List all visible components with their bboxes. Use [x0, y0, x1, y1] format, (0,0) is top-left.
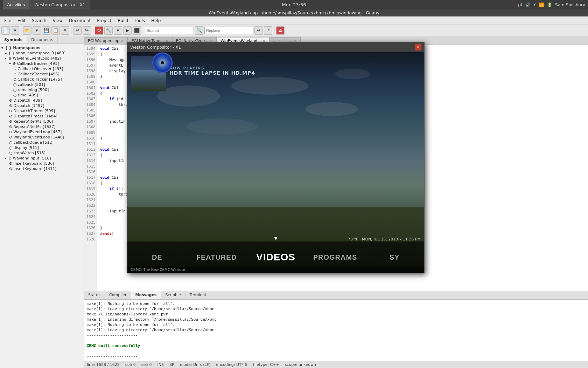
topbar-left: Activities Weston Compositor - X1 — [3, 0, 90, 9]
msg-line-2: make[1]: Leaving directory `/home/smspil… — [87, 306, 585, 312]
save-all-button[interactable]: 📋 — [51, 26, 60, 35]
tree-repeatafterms-506[interactable]: ⊙ RepeatAfterMs [506] — [0, 119, 84, 124]
nav-item-sy[interactable]: SY — [365, 250, 424, 265]
status-line-ending: mode: Unix (LF) — [180, 362, 211, 367]
menu-edit[interactable]: Edit — [15, 18, 28, 24]
open-dropdown[interactable]: ▾ — [33, 26, 41, 35]
close-eglwrapper[interactable]: × — [121, 39, 124, 43]
tree-callbacktracker-495[interactable]: ⊙ CallbackTracker [495] — [0, 71, 84, 77]
tab-compiler[interactable]: Compiler — [105, 291, 131, 299]
status-filetype: filetype: C++ — [253, 362, 279, 367]
tree-namespaces[interactable]: { } Namespaces — [0, 45, 84, 50]
tree-stopwatch-513[interactable]: ○ stopWatch [513] — [0, 150, 84, 156]
tree-anon-ns[interactable]: { } anon_namespace_0 [480] — [0, 50, 84, 56]
replace-button[interactable]: ↔ — [254, 26, 263, 35]
close-button[interactable]: ✕ — [61, 26, 69, 35]
regex-button[interactable]: .* — [264, 26, 272, 35]
bottom-panel: Status Compiler Messages Scribble Termin… — [84, 291, 588, 361]
run-button[interactable]: ▶ — [123, 26, 132, 35]
tree-callbacktracker[interactable]: ⊕ CallbackTracker [491] — [0, 61, 84, 66]
tree-callbackqueue[interactable]: ○ callbackQueue [512] — [0, 140, 84, 145]
volume-icon[interactable]: 🔊 — [525, 2, 531, 7]
menu-help[interactable]: Help — [148, 18, 163, 24]
new-dropdown[interactable]: ▾ — [11, 26, 19, 35]
statusbar: line: 1628 / 1628 col: 0 sel: 0 INS SP m… — [84, 361, 588, 368]
new-button[interactable]: 📄 — [1, 26, 10, 35]
menu-tools[interactable]: Tools — [132, 18, 148, 24]
weston-close-button[interactable]: ✕ — [415, 44, 421, 50]
build-config-btn[interactable]: 🔧 — [104, 26, 113, 35]
tree-repeatafterms-1537[interactable]: ⊙ RepeatAfterMs [1537] — [0, 124, 84, 129]
topbar-clock: Mon 23:36 — [282, 2, 306, 7]
activities-button[interactable]: Activities — [3, 0, 29, 9]
weather-temp: 73 °F · — [348, 237, 360, 241]
toolbar-sep-4 — [143, 27, 143, 34]
toolbar: 📄 ▾ 📂 ▾ 💾 📋 ✕ ↩ ↪ ⚙ 🔧 ▾ ▶ ⬛ 🔍 ↔ .* ⏏ — [0, 25, 588, 36]
redo-button[interactable]: ↪ — [83, 26, 91, 35]
tree-callbacktracker-1475[interactable]: ⊙ CallbackTracker [1475] — [0, 77, 84, 82]
nav-item-videos[interactable]: VIDEOS — [246, 248, 306, 266]
file-tab-eglwrapper[interactable]: EGLWrapper.cpp × — [84, 37, 127, 44]
tree-callbackobserver[interactable]: ⊙ CallbackObserver [493] — [0, 66, 84, 71]
tree-waylandeventloop-1440[interactable]: ⊙ WaylandEventLoop [1440] — [0, 135, 84, 140]
search-button[interactable]: 🔍 — [195, 26, 203, 35]
sidebar-tab-symbols[interactable]: Symbols — [0, 36, 27, 43]
tree-remaining-500[interactable]: ○ remaining [500] — [0, 87, 84, 93]
battery-icon[interactable]: 🔋 — [547, 2, 552, 7]
save-button[interactable]: 💾 — [42, 26, 50, 35]
weston-titlebar: Weston Compositor - X1 ✕ — [127, 42, 424, 52]
menu-build[interactable]: Build — [115, 18, 131, 24]
album-art — [131, 56, 166, 91]
menu-project[interactable]: Project — [94, 18, 114, 24]
nav-item-featured[interactable]: FEATURED — [187, 250, 246, 265]
search-input[interactable] — [145, 27, 194, 34]
toolbar-sep-5 — [274, 27, 274, 34]
bluetooth-icon[interactable]: ⚡ — [533, 2, 536, 7]
tree-dispatch-1497[interactable]: ⊙ Dispatch [1497] — [0, 103, 84, 108]
menubar: File Edit Search View Document Project B… — [0, 16, 588, 25]
xbmc-nav: DE FEATURED VIDEOS PROGRAMS SY XBMC: The… — [127, 241, 424, 273]
toolbar-sep-1 — [21, 27, 21, 34]
msg-built: XBMC built successfully — [87, 343, 585, 348]
tab-messages[interactable]: Messages — [131, 291, 161, 299]
undo-button[interactable]: ↩ — [73, 26, 82, 35]
tab-status[interactable]: Status — [84, 291, 105, 299]
stop-button[interactable]: ⬛ — [133, 26, 141, 35]
msg-line-1: make[1]: Nothing to be done for `all'. — [87, 301, 585, 306]
replace-input[interactable] — [204, 27, 253, 34]
weston-content: NOW PLAYING HDR TIME LAPSE IN HD.MP4 73 … — [127, 52, 424, 273]
menu-search[interactable]: Search — [29, 18, 49, 24]
tree-callback-501[interactable]: ○ callback [501] — [0, 82, 84, 87]
wifi-icon[interactable]: 📶 — [539, 2, 544, 7]
menu-document[interactable]: Document — [66, 18, 93, 24]
ticker-text: XBMC: The New XBMC Website — [131, 268, 185, 272]
xbmc-ticker: XBMC: The New XBMC Website — [127, 266, 424, 273]
nav-item-de[interactable]: DE — [127, 250, 187, 265]
tree-dispatch-489[interactable]: ⊙ Dispatch [489] — [0, 98, 84, 103]
menu-view[interactable]: View — [50, 18, 65, 24]
tree-display-511[interactable]: ○ display [511] — [0, 145, 84, 150]
exit-button[interactable]: ⏏ — [276, 26, 285, 35]
tree-waylandeventloop[interactable]: ⊕ WaylandEventLoop [482] — [0, 56, 84, 61]
window-title-tab[interactable]: Weston Compositor - X1 — [29, 0, 90, 9]
msg-blank-2 — [87, 348, 585, 354]
tree-insertkeyboard-536[interactable]: ⊙ InsertKeyboard [536] — [0, 161, 84, 166]
tree-dispatchtimers-509[interactable]: ⊙ DispatchTimers [509] — [0, 108, 84, 114]
tree-waylandeventloop-487[interactable]: ⊙ WaylandEventLoop [487] — [0, 129, 84, 135]
toolbar-sep-3 — [93, 27, 93, 34]
nav-item-programs[interactable]: PROGRAMS — [306, 250, 365, 265]
build-dropdown[interactable]: ▾ — [114, 26, 122, 35]
tab-terminal[interactable]: Terminal — [186, 291, 211, 299]
sidebar-tab-documents[interactable]: Documents — [27, 36, 58, 43]
build-btn[interactable]: ⚙ — [95, 26, 103, 35]
tab-scribble[interactable]: Scribble — [161, 291, 185, 299]
status-mode: INS — [158, 362, 164, 367]
tree-insertkeyboard-1411[interactable]: ⊙ InsertKeyboard [1411] — [0, 166, 84, 171]
open-button[interactable]: 📂 — [23, 26, 31, 35]
tree-waylandinput[interactable]: ⊕ WaylandInput [516] — [0, 156, 84, 161]
tree-dispatchtimers-1484[interactable]: ⊙ DispatchTimers [1484] — [0, 114, 84, 119]
xbmc-nav-items: DE FEATURED VIDEOS PROGRAMS SY — [127, 248, 424, 266]
menu-file[interactable]: File — [1, 18, 14, 24]
username: Sam Spilsbury — [555, 2, 585, 7]
tree-time-499[interactable]: ○ time [499] — [0, 93, 84, 98]
